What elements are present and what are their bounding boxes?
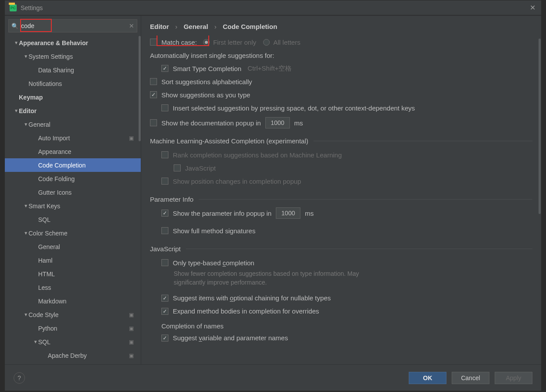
sidebar-item-markdown[interactable]: Markdown [5,294,141,308]
insert-by-space-checkbox[interactable] [161,104,168,111]
cancel-button[interactable]: Cancel [452,372,489,384]
breadcrumb: Editor › General › Code Completion [141,16,541,36]
chevron-down-icon: ▼ [23,312,29,317]
scope-icon: ▣ [129,339,141,345]
sidebar-item-code-style[interactable]: ▼Code Style▣ [5,308,141,321]
chevron-down-icon: ▼ [23,231,29,235]
expand-bodies-checkbox[interactable] [161,308,168,315]
sidebar-item-system-settings[interactable]: ▼System Settings [5,50,141,63]
sidebar-item-smart-keys[interactable]: ▼Smart Keys [5,199,141,213]
breadcrumb-general[interactable]: General [184,23,208,30]
pycharm-icon: PC [9,4,17,12]
apply-button[interactable]: Apply [495,372,532,384]
show-full-row: Show full method signatures [150,224,532,237]
sidebar-item-appearance-behavior[interactable]: ▼Appearance & Behavior [5,36,141,50]
show-pos-checkbox [161,178,168,185]
suggest-opt-checkbox[interactable] [161,295,168,302]
first-letter-radio[interactable] [203,39,210,46]
show-doc-checkbox[interactable] [150,119,157,126]
smart-type-row: Smart Type Completion Ctrl+Shift+空格 [150,62,532,75]
dialog-body: 🔍 ✕ ▼Appearance & Behavior▼System Settin… [5,15,541,364]
smart-type-checkbox[interactable] [161,65,168,72]
ml-section-header: Machine Learning-Assisted Completion (ex… [150,137,532,145]
param-delay-input[interactable] [276,207,300,219]
sidebar-item-python[interactable]: Python▣ [5,321,141,335]
sidebar-item-code-completion[interactable]: Code Completion [5,158,141,172]
all-letters-label: All letters [273,39,300,46]
show-pos-label: Show position changes in completion popu… [173,178,301,185]
settings-window: PC Settings ✕ 🔍 ✕ ▼Appearance & Behavior… [4,0,542,391]
sidebar-item-label: Color Scheme [29,230,141,237]
doc-delay-input[interactable] [265,117,290,128]
show-pos-row: Show position changes in completion popu… [150,175,532,188]
sidebar-item-label: Python [38,325,129,332]
smart-type-shortcut: Ctrl+Shift+空格 [247,64,292,73]
scope-icon: ▣ [129,325,141,331]
show-param-checkbox[interactable] [161,210,168,217]
sort-alpha-checkbox[interactable] [150,78,157,85]
search-icon: 🔍 [11,23,18,29]
search-input[interactable] [19,22,129,29]
sidebar-item-sql[interactable]: ▼SQL▣ [5,335,141,349]
search-input-wrap: 🔍 ✕ [8,19,137,32]
suggest-var-row: Suggest variable and parameter names [150,331,532,345]
sidebar-item-label: Markdown [38,298,141,305]
content-scrollbar[interactable] [539,39,541,214]
auto-insert-header: Automatically insert single suggestions … [150,49,532,62]
help-button[interactable]: ? [14,372,25,384]
show-as-type-checkbox[interactable] [150,91,157,98]
close-icon[interactable]: ✕ [528,4,537,12]
sidebar-item-notifications[interactable]: Notifications [5,77,141,90]
sidebar-item-label: Apache Derby [48,352,129,359]
ms-label-2: ms [305,210,314,217]
tree-scrollbar[interactable] [139,36,141,141]
show-full-checkbox[interactable] [161,227,168,234]
sidebar-item-less[interactable]: Less [5,281,141,294]
suggest-var-checkbox[interactable] [161,335,168,342]
sidebar-item-label: Gutter Icons [38,189,141,196]
only-type-label: Only type-based completion [173,259,254,267]
rank-ml-label: Rank completion suggestions based on Mac… [173,151,342,159]
sidebar-item-label: SQL [38,216,141,223]
chevron-down-icon: ▼ [23,54,29,59]
chevron-down-icon: ▼ [14,108,19,113]
rank-ml-checkbox[interactable] [161,151,168,158]
settings-panel: Match case: First letter only All letter… [141,36,541,364]
param-info-header: Parameter Info [150,196,532,203]
sidebar-item-code-folding[interactable]: Code Folding [5,172,141,185]
sidebar-item-keymap[interactable]: Keymap [5,90,141,104]
breadcrumb-editor[interactable]: Editor [150,23,169,30]
insert-by-space-label: Insert selected suggestion by pressing s… [173,104,415,112]
sidebar-item-general[interactable]: General [5,240,141,253]
sort-alpha-row: Sort suggestions alphabetically [150,75,532,88]
suggest-opt-row: Suggest items with optional chaining for… [150,292,532,305]
sidebar-item-haml[interactable]: Haml [5,253,141,267]
scope-icon: ▣ [129,312,141,318]
sidebar-item-label: Auto Import [38,135,129,142]
sidebar-item-color-scheme[interactable]: ▼Color Scheme [5,226,141,240]
sidebar-item-label: General [38,243,141,250]
sidebar-item-label: Appearance [38,148,141,155]
only-type-checkbox[interactable] [161,259,168,266]
sidebar-item-gutter-icons[interactable]: Gutter Icons [5,185,141,199]
sidebar-item-editor[interactable]: ▼Editor [5,104,141,118]
sidebar-item-general[interactable]: ▼General [5,118,141,131]
sidebar-item-auto-import[interactable]: Auto Import▣ [5,131,141,145]
rank-ml-row: Rank completion suggestions based on Mac… [150,148,532,161]
sidebar-item-label: System Settings [29,53,141,60]
sidebar-item-apache-derby[interactable]: Apache Derby▣ [5,349,141,362]
all-letters-radio[interactable] [263,39,270,46]
sidebar-item-appearance[interactable]: Appearance [5,145,141,158]
sidebar-item-data-sharing[interactable]: Data Sharing [5,63,141,77]
settings-tree[interactable]: ▼Appearance & Behavior▼System SettingsDa… [5,36,141,364]
window-title: Settings [21,4,528,11]
match-case-checkbox[interactable] [150,39,157,46]
clear-search-icon[interactable]: ✕ [129,22,134,29]
sidebar-item-sql[interactable]: SQL [5,213,141,226]
ml-js-label: JavaScript [185,164,216,172]
chevron-down-icon: ▼ [23,122,29,127]
sidebar-item-label: Appearance & Behavior [19,39,141,46]
sidebar-item-html[interactable]: HTML [5,267,141,281]
only-type-row: Only type-based completion [150,256,532,269]
ok-button[interactable]: OK [409,372,446,384]
